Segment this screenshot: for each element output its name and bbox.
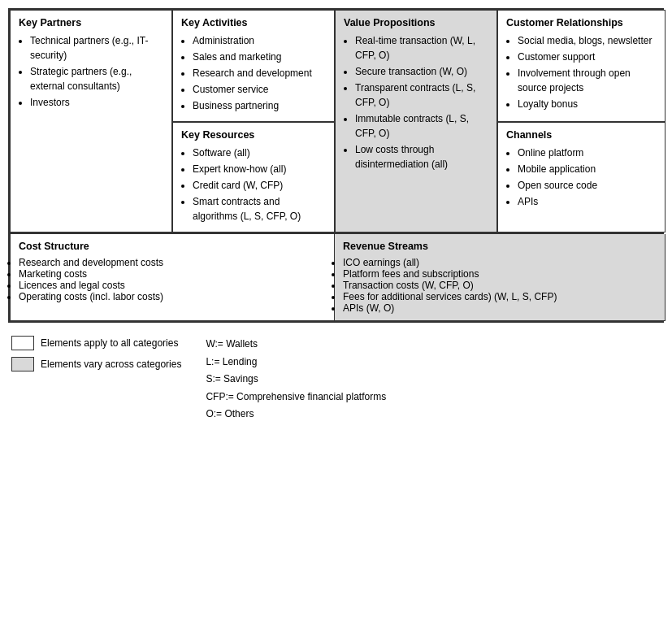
list-item: Immutable contracts (L, S, CFP, O) xyxy=(355,111,488,141)
list-item: Social media, blogs, newsletter xyxy=(518,33,657,48)
legend-label-white: Elements apply to all categories xyxy=(41,337,178,349)
list-item: Expert know-how (all) xyxy=(193,162,326,176)
cost-structure-title: Cost Structure xyxy=(19,241,326,252)
legend-box-white xyxy=(11,336,34,350)
legend-box-shaded xyxy=(11,357,34,371)
cost-structure-list: Research and development costs Marketing… xyxy=(19,257,326,302)
revenue-streams-list: ICO earnings (all) Platform fees and sub… xyxy=(343,257,657,314)
legend-area: Elements apply to all categories Element… xyxy=(8,336,664,424)
value-propositions-list: Real-time transaction (W, L, CFP, O) Sec… xyxy=(344,33,488,172)
list-item: Mobile application xyxy=(518,162,657,176)
key-partners-title: Key Partners xyxy=(19,17,163,28)
key-resources-cell: Key Resources Software (all) Expert know… xyxy=(172,122,335,232)
legend-item-white: Elements apply to all categories xyxy=(11,336,181,350)
list-item: Software (all) xyxy=(193,146,326,160)
list-item: Low costs through disintermediation (all… xyxy=(355,142,488,172)
revenue-streams-cell: Revenue Streams ICO earnings (all) Platf… xyxy=(335,234,665,321)
list-item: Online platform xyxy=(518,146,657,160)
legend-key-l: L:= Lending xyxy=(206,354,386,371)
customer-relationships-title: Customer Relationships xyxy=(506,17,657,28)
canvas: Key Partners Technical partners (e.g., I… xyxy=(8,8,664,424)
key-activities-cell: Key Activities Administration Sales and … xyxy=(172,10,335,122)
list-item: Operating costs (incl. labor costs) xyxy=(19,291,326,302)
list-item: Research and development xyxy=(193,66,326,80)
list-item: Fees for additional services cards) (W, … xyxy=(343,291,657,302)
list-item: Sales and marketing xyxy=(193,50,326,64)
list-item: Platform fees and subscriptions xyxy=(343,268,657,280)
list-item: Smart contracts and algorithms (L, S, CF… xyxy=(193,194,326,224)
list-item: APIs (W, O) xyxy=(343,302,657,314)
list-item: Credit card (W, CFP) xyxy=(193,178,326,193)
key-partners-cell: Key Partners Technical partners (e.g., I… xyxy=(10,10,172,232)
legend-items: Elements apply to all categories Element… xyxy=(11,336,181,371)
value-propositions-cell: Value Propositions Real-time transaction… xyxy=(335,10,497,232)
key-activities-list: Administration Sales and marketing Resea… xyxy=(181,33,326,113)
key-activities-title: Key Activities xyxy=(181,17,326,28)
key-resources-list: Software (all) Expert know-how (all) Cre… xyxy=(181,146,326,224)
revenue-streams-title: Revenue Streams xyxy=(343,241,657,252)
list-item: ICO earnings (all) xyxy=(343,257,657,268)
customer-relationships-cell: Customer Relationships Social media, blo… xyxy=(497,10,665,122)
value-propositions-title: Value Propositions xyxy=(344,17,488,28)
list-item: Administration xyxy=(193,33,326,48)
key-resources-title: Key Resources xyxy=(181,129,326,141)
legend-key-cfp: CFP:= Comprehensive financial platforms xyxy=(206,389,386,406)
list-item: Real-time transaction (W, L, CFP, O) xyxy=(355,33,488,63)
list-item: Research and development costs xyxy=(19,257,326,268)
list-item: Marketing costs xyxy=(19,268,326,280)
channels-cell: Channels Online platform Mobile applicat… xyxy=(497,122,665,232)
list-item: Loyalty bonus xyxy=(518,97,657,111)
legend-keys: W:= Wallets L:= Lending S:= Savings CFP:… xyxy=(206,336,386,424)
legend-key-s: S:= Savings xyxy=(206,371,386,389)
channels-title: Channels xyxy=(506,129,657,141)
list-item: Business partnering xyxy=(193,98,326,113)
list-item: Investors xyxy=(30,95,163,110)
list-item: Customer service xyxy=(193,82,326,97)
list-item: Involvement through open source projects xyxy=(518,66,657,95)
list-item: Technical partners (e.g., IT-security) xyxy=(30,33,163,63)
list-item: Secure transaction (W, O) xyxy=(355,64,488,79)
list-item: Transaction costs (W, CFP, O) xyxy=(343,280,657,291)
key-partners-list: Technical partners (e.g., IT-security) S… xyxy=(19,33,163,110)
legend-key-w: W:= Wallets xyxy=(206,336,386,354)
list-item: Strategic partners (e.g., external consu… xyxy=(30,64,163,93)
list-item: Open source code xyxy=(518,178,657,193)
customer-relationships-list: Social media, blogs, newsletter Customer… xyxy=(506,33,657,111)
cost-structure-cell: Cost Structure Research and development … xyxy=(10,234,335,321)
list-item: Customer support xyxy=(518,50,657,64)
legend-label-shaded: Elements vary across categories xyxy=(41,358,181,370)
list-item: Licences and legal costs xyxy=(19,280,326,291)
bottom-row: Cost Structure Research and development … xyxy=(8,234,664,323)
list-item: Transparent contracts (L, S, CFP, O) xyxy=(355,80,488,110)
bmc-grid: Key Partners Technical partners (e.g., I… xyxy=(8,8,664,234)
channels-list: Online platform Mobile application Open … xyxy=(506,146,657,209)
legend-item-shaded: Elements vary across categories xyxy=(11,357,181,371)
list-item: APIs xyxy=(518,194,657,209)
legend-key-o: O:= Others xyxy=(206,406,386,424)
